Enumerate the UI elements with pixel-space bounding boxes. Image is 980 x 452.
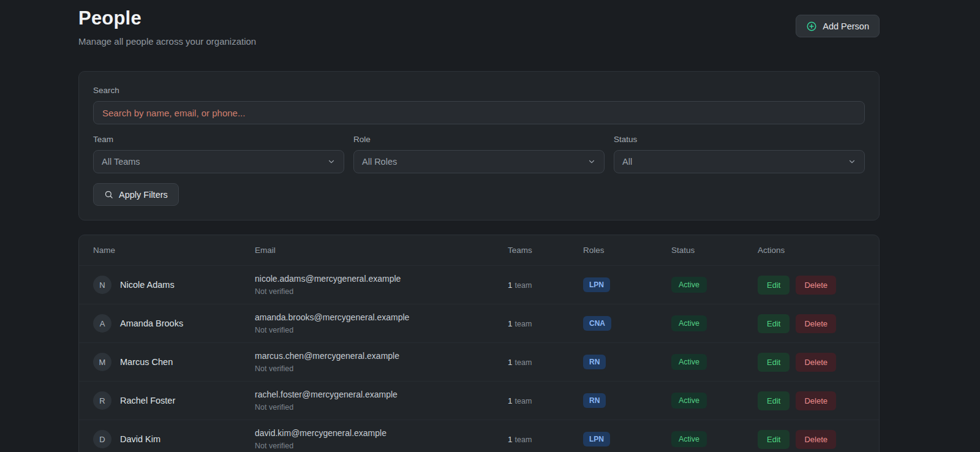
delete-button[interactable]: Delete	[796, 276, 836, 295]
table-body: N Nicole Adams nicole.adams@mercygeneral…	[79, 265, 879, 452]
chevron-down-icon	[848, 157, 856, 166]
column-header-email: Email	[255, 246, 508, 255]
add-person-button[interactable]: Add Person	[796, 15, 880, 37]
column-header-roles: Roles	[583, 246, 671, 255]
delete-button[interactable]: Delete	[796, 391, 836, 410]
person-name: Amanda Brooks	[120, 318, 183, 328]
person-cell: A Amanda Brooks	[93, 314, 255, 333]
role-filter-group: Role All Roles	[353, 135, 605, 173]
search-label: Search	[93, 86, 865, 95]
teams-cell: 1team	[508, 396, 583, 405]
page-subtitle: Manage all people across your organizati…	[78, 36, 256, 47]
avatar: A	[93, 314, 111, 333]
filter-card: Search Team All Teams Role All Roles	[78, 71, 880, 220]
status-filter-group: Status All	[614, 135, 865, 173]
edit-button[interactable]: Edit	[758, 276, 790, 295]
person-cell: R Rachel Foster	[93, 391, 255, 410]
person-email: amanda.brooks@mercygeneral.example	[255, 312, 508, 322]
column-header-status: Status	[671, 246, 758, 255]
status-badge: Active	[671, 277, 707, 293]
team-select-value: All Teams	[102, 157, 140, 167]
plus-circle-icon	[806, 21, 817, 32]
apply-filters-label: Apply Filters	[119, 190, 168, 200]
search-input[interactable]	[93, 101, 865, 124]
person-name: Rachel Foster	[120, 396, 175, 405]
status-badge: Active	[671, 431, 707, 447]
actions-cell: Edit Delete	[758, 314, 865, 333]
person-name: Marcus Chen	[120, 357, 173, 367]
status-cell: Active	[671, 393, 758, 409]
status-label: Status	[614, 135, 865, 144]
email-cell: david.kim@mercygeneral.example Not verif…	[255, 428, 508, 450]
person-email: rachel.foster@mercygeneral.example	[255, 390, 508, 399]
team-select[interactable]: All Teams	[93, 150, 344, 173]
verified-status: Not verified	[255, 326, 508, 334]
page-title: People	[78, 7, 256, 29]
verified-status: Not verified	[255, 442, 508, 450]
actions-cell: Edit Delete	[758, 391, 865, 410]
team-label: Team	[93, 135, 344, 144]
actions-cell: Edit Delete	[758, 276, 865, 295]
edit-button[interactable]: Edit	[758, 391, 790, 410]
status-badge: Active	[671, 354, 707, 370]
apply-filters-button[interactable]: Apply Filters	[93, 183, 179, 206]
teams-unit: team	[515, 281, 532, 290]
avatar: M	[93, 353, 111, 371]
status-select-value: All	[622, 157, 632, 167]
edit-button[interactable]: Edit	[758, 353, 790, 372]
search-icon	[104, 190, 113, 199]
teams-unit: team	[515, 435, 532, 444]
roles-cell: RN	[583, 355, 671, 369]
status-cell: Active	[671, 431, 758, 447]
status-cell: Active	[671, 277, 758, 293]
delete-button[interactable]: Delete	[796, 353, 836, 372]
email-cell: rachel.foster@mercygeneral.example Not v…	[255, 390, 508, 412]
avatar: N	[93, 276, 111, 294]
role-badge: CNA	[583, 316, 611, 331]
teams-cell: 1team	[508, 319, 583, 328]
table-header-row: Name Email Teams Roles Status Actions	[79, 235, 879, 265]
teams-count: 1	[508, 358, 513, 367]
roles-cell: CNA	[583, 316, 671, 331]
role-badge: RN	[583, 355, 606, 369]
page-header: People Manage all people across your org…	[78, 7, 880, 47]
person-email: marcus.chen@mercygeneral.example	[255, 351, 508, 361]
role-badge: RN	[583, 393, 606, 408]
verified-status: Not verified	[255, 364, 508, 373]
teams-count: 1	[508, 435, 513, 444]
teams-count: 1	[508, 396, 513, 405]
actions-cell: Edit Delete	[758, 430, 865, 449]
edit-button[interactable]: Edit	[758, 430, 790, 449]
people-table: Name Email Teams Roles Status Actions N …	[78, 235, 880, 452]
avatar: R	[93, 391, 111, 410]
person-cell: M Marcus Chen	[93, 353, 255, 371]
column-header-name: Name	[93, 246, 255, 255]
teams-count: 1	[508, 281, 513, 290]
teams-unit: team	[515, 397, 532, 405]
title-block: People Manage all people across your org…	[78, 7, 256, 47]
delete-button[interactable]: Delete	[796, 314, 836, 333]
email-cell: marcus.chen@mercygeneral.example Not ver…	[255, 351, 508, 373]
column-header-actions: Actions	[758, 246, 865, 255]
delete-button[interactable]: Delete	[796, 430, 836, 449]
chevron-down-icon	[327, 157, 336, 166]
role-select-value: All Roles	[362, 157, 397, 167]
chevron-down-icon	[587, 157, 596, 166]
person-cell: D David Kim	[93, 430, 255, 448]
column-header-teams: Teams	[508, 246, 583, 255]
person-name: David Kim	[120, 434, 160, 444]
people-page: People Manage all people across your org…	[78, 0, 880, 452]
person-cell: N Nicole Adams	[93, 276, 255, 294]
filter-row: Team All Teams Role All Roles	[93, 135, 865, 173]
email-cell: nicole.adams@mercygeneral.example Not ve…	[255, 274, 508, 296]
status-badge: Active	[671, 315, 707, 331]
verified-status: Not verified	[255, 287, 508, 296]
teams-cell: 1team	[508, 281, 583, 290]
edit-button[interactable]: Edit	[758, 314, 790, 333]
teams-unit: team	[515, 358, 532, 367]
role-select[interactable]: All Roles	[353, 150, 605, 173]
actions-cell: Edit Delete	[758, 353, 865, 372]
status-select[interactable]: All	[614, 150, 865, 173]
verified-status: Not verified	[255, 403, 508, 412]
table-row: R Rachel Foster rachel.foster@mercygener…	[79, 381, 879, 420]
